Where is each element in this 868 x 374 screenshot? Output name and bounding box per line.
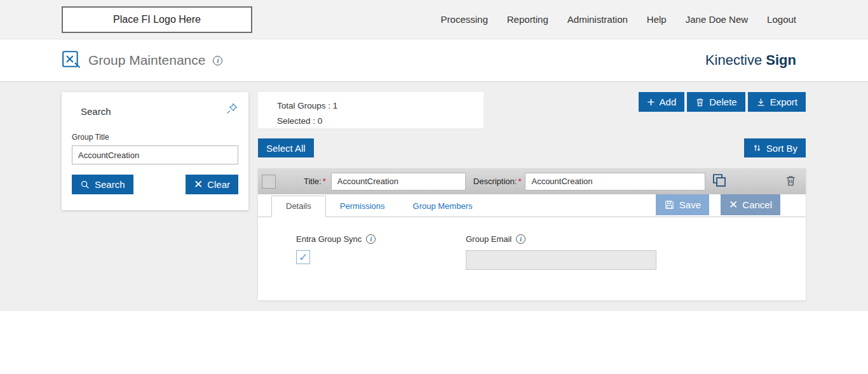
group-title-search-input[interactable] (72, 145, 238, 164)
cancel-button[interactable]: ✕ Cancel (721, 194, 780, 215)
editor-tabs: Details Permissions Group Members Save ✕ (258, 194, 806, 217)
trash-icon (695, 97, 705, 107)
details-tab-content: Entra Group Sync i ✓ Group Email i (258, 217, 806, 300)
sort-by-button[interactable]: Sort By (744, 138, 806, 157)
search-button-label: Search (95, 179, 125, 190)
entra-group-sync-info-icon[interactable]: i (366, 234, 376, 244)
trash-icon (785, 174, 797, 189)
brand-secondary: Sign (766, 52, 796, 68)
nav-item-reporting[interactable]: Reporting (507, 14, 548, 25)
content-area: Search Group Title Search ✕ Clear (0, 82, 868, 311)
page-header: Group Maintenance i Kinective Sign (0, 39, 868, 82)
group-editor: Title:* Description:* (258, 168, 806, 300)
clear-button-label: Clear (207, 179, 230, 190)
top-navigation: Processing Reporting Administration Help… (441, 14, 796, 25)
description-label: Description:* (473, 177, 522, 186)
brand-logo: Kinective Sign (705, 52, 796, 69)
main-panel: Total Groups : 1 Selected : 0 + Add Dele… (258, 92, 806, 300)
sort-by-label: Sort By (766, 143, 797, 154)
top-bar: Place FI Logo Here Processing Reporting … (0, 0, 868, 39)
pin-icon[interactable] (226, 102, 238, 117)
selected-count: Selected : 0 (277, 114, 484, 129)
page-title: Group Maintenance (88, 53, 205, 68)
nav-item-processing[interactable]: Processing (441, 14, 488, 25)
group-email-input (466, 250, 656, 270)
fi-logo-placeholder: Place FI Logo Here (62, 6, 252, 33)
close-icon: ✕ (729, 199, 738, 210)
nav-item-administration[interactable]: Administration (567, 14, 628, 25)
delete-button[interactable]: Delete (687, 92, 745, 112)
group-email-label: Group Email (466, 234, 512, 244)
search-panel: Search Group Title Search ✕ Clear (62, 92, 248, 210)
entra-group-sync-checkbox[interactable]: ✓ (296, 250, 310, 264)
select-all-label: Select All (266, 143, 306, 154)
nav-item-user[interactable]: Jane Doe New (686, 14, 748, 25)
sort-arrows-icon (752, 143, 762, 153)
group-toolbar: + Add Delete (639, 92, 806, 112)
tab-details[interactable]: Details (271, 196, 326, 217)
page-title-wrap: Group Maintenance i (62, 50, 222, 71)
nav-item-logout[interactable]: Logout (767, 14, 796, 25)
group-row: Title:* Description:* (258, 168, 806, 194)
description-required-marker: * (518, 177, 521, 186)
copy-button[interactable] (712, 173, 727, 190)
export-button[interactable]: Export (748, 92, 806, 112)
download-icon (756, 97, 766, 107)
close-icon: ✕ (194, 179, 203, 190)
row-checkbox[interactable] (262, 175, 276, 189)
group-email-info-icon[interactable]: i (516, 234, 526, 244)
export-button-label: Export (770, 97, 797, 107)
floppy-icon (664, 199, 675, 210)
cancel-button-label: Cancel (742, 199, 772, 210)
save-button[interactable]: Save (656, 194, 709, 215)
save-button-label: Save (679, 199, 701, 210)
select-all-button[interactable]: Select All (258, 138, 314, 157)
add-button-label: Add (660, 97, 677, 107)
group-maintenance-icon (62, 50, 81, 71)
checkmark-icon: ✓ (299, 251, 308, 264)
plus-icon: + (647, 95, 654, 109)
search-button[interactable]: Search (72, 175, 133, 194)
total-groups-count: Total Groups : 1 (277, 98, 484, 114)
copy-icon (712, 173, 727, 190)
title-required-marker: * (323, 177, 326, 186)
brand-primary: Kinective (705, 52, 762, 68)
row-delete-button[interactable] (785, 174, 797, 189)
description-input[interactable] (525, 173, 705, 190)
fi-logo-text: Place FI Logo Here (113, 14, 201, 25)
tab-permissions[interactable]: Permissions (326, 196, 399, 217)
clear-button[interactable]: ✕ Clear (186, 175, 238, 194)
tab-group-members[interactable]: Group Members (399, 196, 487, 217)
nav-item-help[interactable]: Help (647, 14, 667, 25)
group-summary: Total Groups : 1 Selected : 0 (258, 92, 484, 128)
entra-group-sync-label: Entra Group Sync (296, 234, 362, 244)
title-input[interactable] (331, 173, 466, 190)
page-info-icon[interactable]: i (213, 56, 222, 65)
title-label: Title:* (304, 177, 326, 186)
delete-button-label: Delete (709, 97, 736, 107)
group-title-label: Group Title (72, 133, 238, 142)
search-panel-title: Search (81, 106, 111, 117)
add-button[interactable]: + Add (639, 92, 684, 112)
